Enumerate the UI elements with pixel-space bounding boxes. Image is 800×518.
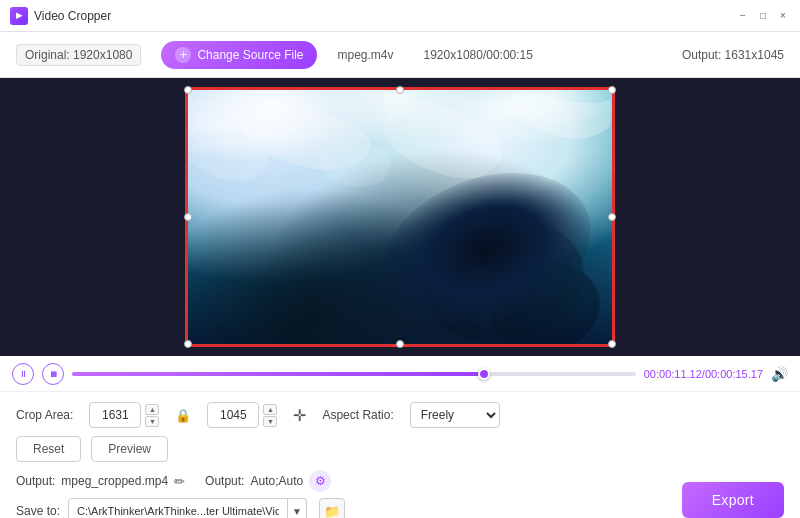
output-name-label: Output: xyxy=(16,474,55,488)
aspect-ratio-select[interactable]: Freely 16:9 4:3 1:1 9:16 xyxy=(410,402,500,428)
video-canvas[interactable] xyxy=(80,78,720,356)
output-settings-value: Auto;Auto xyxy=(250,474,303,488)
height-input[interactable] xyxy=(207,402,259,428)
bottom-wrapper: Crop Area: ▲ ▼ 🔒 ▲ ▼ ✛ Aspect Ratio: Fre… xyxy=(0,392,800,518)
folder-icon-button[interactable]: 📁 xyxy=(319,498,345,518)
video-frame xyxy=(185,87,615,347)
playback-bar: ⏸ ⏹ 00:00:11.12/00:00:15.17 🔊 xyxy=(0,356,800,392)
output-settings-label: Output: xyxy=(205,474,244,488)
file-name: mpeg.m4v xyxy=(337,48,393,62)
path-select-group: ▼ xyxy=(68,498,307,518)
pause-button[interactable]: ⏸ xyxy=(12,363,34,385)
output-settings-group: Output: Auto;Auto ⚙ xyxy=(205,470,331,492)
width-down-btn[interactable]: ▼ xyxy=(145,416,159,427)
aspect-ratio-label: Aspect Ratio: xyxy=(322,408,393,422)
minimize-button[interactable]: − xyxy=(736,9,750,23)
right-panel xyxy=(720,78,800,356)
height-input-group: ▲ ▼ xyxy=(207,402,277,428)
stop-button[interactable]: ⏹ xyxy=(42,363,64,385)
edit-icon[interactable]: ✏ xyxy=(174,474,185,489)
lock-icon[interactable]: 🔒 xyxy=(175,408,191,423)
export-button[interactable]: Export xyxy=(682,482,784,518)
crop-controls-row: Crop Area: ▲ ▼ 🔒 ▲ ▼ ✛ Aspect Ratio: Fre… xyxy=(16,402,784,428)
output-name-group: Output: mpeg_cropped.mp4 ✏ xyxy=(16,474,185,489)
video-area xyxy=(0,78,800,356)
path-dropdown-btn[interactable]: ▼ xyxy=(288,498,307,518)
app-icon: ▶ xyxy=(10,7,28,25)
width-input-group: ▲ ▼ xyxy=(89,402,159,428)
action-row: Reset Preview xyxy=(16,436,784,462)
file-info: mpeg.m4v 1920x1080/00:00:15 xyxy=(337,48,661,62)
height-spinner: ▲ ▼ xyxy=(263,404,277,427)
window-controls: − □ × xyxy=(736,9,790,23)
close-button[interactable]: × xyxy=(776,9,790,23)
output-name-value: mpeg_cropped.mp4 xyxy=(61,474,168,488)
saveto-row: Save to: ▼ 📁 xyxy=(16,498,784,518)
video-preview xyxy=(185,87,615,347)
output-resolution-label: Output: 1631x1045 xyxy=(682,48,784,62)
height-down-btn[interactable]: ▼ xyxy=(263,416,277,427)
volume-icon[interactable]: 🔊 xyxy=(771,366,788,382)
svg-point-1 xyxy=(483,253,607,347)
left-panel xyxy=(0,78,80,356)
width-up-btn[interactable]: ▲ xyxy=(145,404,159,415)
plus-icon: + xyxy=(175,47,191,63)
top-bar: Original: 1920x1080 + Change Source File… xyxy=(0,32,800,78)
file-resolution: 1920x1080/00:00:15 xyxy=(424,48,533,62)
crop-area-label: Crop Area: xyxy=(16,408,73,422)
output-row: Output: mpeg_cropped.mp4 ✏ Output: Auto;… xyxy=(16,470,784,492)
preview-button[interactable]: Preview xyxy=(91,436,168,462)
change-source-button[interactable]: + Change Source File xyxy=(161,41,317,69)
time-display: 00:00:11.12/00:00:15.17 xyxy=(644,368,763,380)
app-title: Video Cropper xyxy=(34,9,111,23)
progress-fill xyxy=(72,372,484,376)
reset-button[interactable]: Reset xyxy=(16,436,81,462)
title-bar: ▶ Video Cropper − □ × xyxy=(0,0,800,32)
gear-icon[interactable]: ⚙ xyxy=(309,470,331,492)
title-bar-left: ▶ Video Cropper xyxy=(10,7,111,25)
saveto-label: Save to: xyxy=(16,504,60,518)
controls-area: Crop Area: ▲ ▼ 🔒 ▲ ▼ ✛ Aspect Ratio: Fre… xyxy=(0,392,800,518)
width-spinner: ▲ ▼ xyxy=(145,404,159,427)
change-source-label: Change Source File xyxy=(197,48,303,62)
progress-track[interactable] xyxy=(72,372,636,376)
save-path-input[interactable] xyxy=(68,498,288,518)
maximize-button[interactable]: □ xyxy=(756,9,770,23)
height-up-btn[interactable]: ▲ xyxy=(263,404,277,415)
progress-thumb[interactable] xyxy=(478,368,490,380)
export-area: Export xyxy=(682,482,784,518)
original-resolution-label: Original: 1920x1080 xyxy=(16,44,141,66)
move-icon[interactable]: ✛ xyxy=(293,406,306,425)
width-input[interactable] xyxy=(89,402,141,428)
